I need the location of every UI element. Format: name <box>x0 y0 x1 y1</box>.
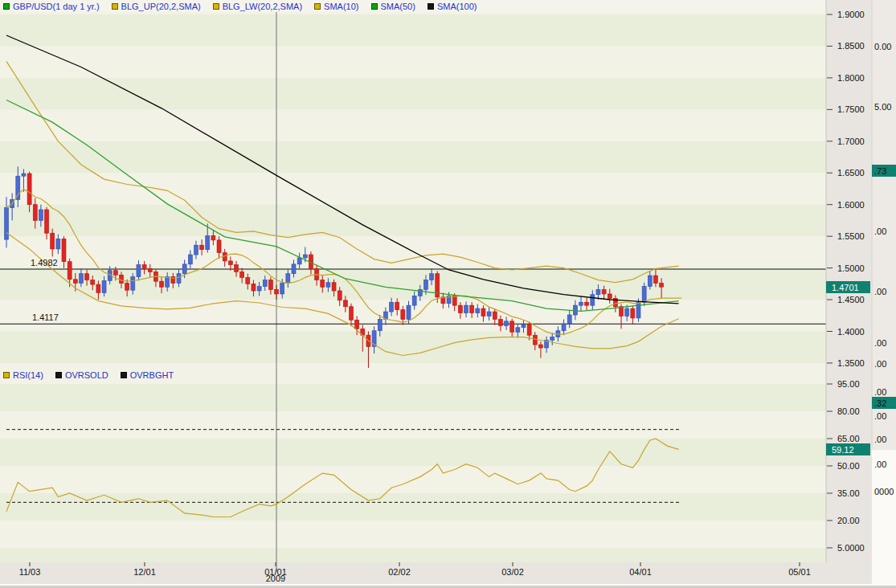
candle-up <box>567 315 571 324</box>
candle-up <box>487 312 491 316</box>
price-axis-label: 1.4000 <box>837 327 865 337</box>
rsi-axis-label: 80.00 <box>837 406 860 416</box>
rsi-legend-item-rsi-14-[interactable]: RSI(14) <box>3 370 43 380</box>
legend-swatch-icon <box>428 3 434 10</box>
candle-up <box>390 302 394 312</box>
candle-up <box>412 296 416 305</box>
legend-item-blg-lw-20-2-sma-[interactable]: BLG_LW(20,2,SMA) <box>213 2 302 11</box>
candle-up <box>326 283 330 288</box>
candle-down <box>73 280 77 284</box>
legend-swatch-icon <box>3 372 10 378</box>
candle-down <box>458 305 462 312</box>
candle-down <box>33 205 37 221</box>
rsi-axis-label: 50.00 <box>837 461 860 471</box>
rsi-value-badge: 59.12 <box>826 443 870 455</box>
candle-down <box>217 240 221 253</box>
date-axis-label: 05/01 <box>788 567 811 577</box>
candle-up <box>297 258 301 264</box>
price-axis-label: 1.9000 <box>837 10 865 19</box>
date-axis-label: 11/03 <box>19 567 41 577</box>
legend-swatch-icon <box>121 372 127 378</box>
candle-up <box>5 208 9 239</box>
candle-up <box>303 255 307 258</box>
candle-down <box>268 280 272 290</box>
year-label: 2009 <box>266 574 285 583</box>
candle-down <box>91 280 95 285</box>
candle-up <box>22 174 26 176</box>
candle-up <box>102 280 106 292</box>
candle-down <box>228 261 232 265</box>
clipped-axis-label: 0.00 <box>874 42 891 51</box>
legend-item-sma-50-[interactable]: SMA(50) <box>371 2 415 11</box>
candle-down <box>602 289 606 294</box>
rsi-legend-item-ovrsold[interactable]: OVRSOLD <box>55 370 108 380</box>
clipped-axis-label: .00 <box>874 435 886 444</box>
candle-down <box>125 284 129 291</box>
candle-up <box>464 305 468 312</box>
price-axis-label: 1.8500 <box>837 41 865 51</box>
legend-item-gbp-usd-1-day-1-yr-[interactable]: GBP/USD(1 day 1 yr.) <box>3 2 100 11</box>
legend-item-sma-10-[interactable]: SMA(10) <box>314 2 358 11</box>
price-axis-label: 1.7000 <box>837 137 865 146</box>
last-price-badge: 1.4701 <box>826 281 870 293</box>
clipped-axis-label: .00 <box>874 459 886 469</box>
candle-down <box>200 245 204 250</box>
legend-label: BLG_LW(20,2,SMA) <box>223 2 302 11</box>
candle-up <box>79 274 83 284</box>
legend-swatch-icon <box>213 3 219 10</box>
date-axis-label: 02/02 <box>388 567 411 577</box>
candle-up <box>137 265 141 277</box>
price-axis-label: 1.6000 <box>837 200 865 210</box>
clipped-axis-label: .00 <box>874 287 886 296</box>
legend-item-sma-100-[interactable]: SMA(100) <box>428 2 477 11</box>
price-axis-label: 1.7500 <box>837 104 865 114</box>
clipped-axis-label: 0000 <box>874 487 894 496</box>
candle-up <box>642 286 646 302</box>
candle-down <box>481 308 485 316</box>
legend-label: OVRBGHT <box>130 370 174 380</box>
candle-down <box>68 262 72 280</box>
legend-item-blg-up-20-2-sma-[interactable]: BLG_UP(20,2,SMA) <box>112 2 201 11</box>
candle-down <box>120 275 124 283</box>
candle-up <box>292 264 296 274</box>
time-axis[interactable]: 11/0312/0101/0102/0203/0204/0105/01 <box>0 562 896 588</box>
candle-down <box>62 239 66 261</box>
price-chart-canvas[interactable]: 1.90001.85001.80001.75001.70001.65001.60… <box>0 0 896 588</box>
candle-down <box>332 283 336 291</box>
candle-down <box>160 281 164 287</box>
candle-up <box>263 280 267 287</box>
candle-up <box>423 280 428 290</box>
rsi-badge-value: 59.12 <box>832 445 854 455</box>
candle-up <box>636 302 640 318</box>
candle-up <box>56 239 60 249</box>
candle-down <box>631 308 635 318</box>
date-axis-label: 04/01 <box>629 567 652 577</box>
fx-chart-window: 1.90001.85001.80001.75001.70001.65001.60… <box>0 0 896 588</box>
candle-up <box>407 305 411 319</box>
legend-label: SMA(50) <box>381 2 415 11</box>
price-axis-label: 1.6500 <box>837 168 865 178</box>
legend-swatch-icon <box>3 3 10 10</box>
price-axis[interactable]: 1.90001.85001.80001.75001.70001.65001.60… <box>826 0 872 588</box>
support-line-label: 1.4117 <box>32 312 59 322</box>
rsi-axis-label: 5.0000 <box>837 543 865 553</box>
candle-up <box>166 277 170 288</box>
candle-up <box>257 286 261 291</box>
candle-down <box>45 210 49 233</box>
candle-up <box>182 264 186 274</box>
rsi-legend: RSI(14)OVRSOLDOVRBGHT <box>3 370 174 380</box>
clipped-axis-label: .00 <box>874 387 886 397</box>
candle-up <box>188 255 192 264</box>
candle-up <box>131 277 135 291</box>
legend-swatch-icon <box>55 372 62 378</box>
candle-up <box>648 276 652 286</box>
date-axis-label: 12/01 <box>133 567 156 577</box>
rsi-axis-label: 65.00 <box>837 434 860 443</box>
rsi-legend-item-ovrbght[interactable]: OVRBGHT <box>121 370 174 380</box>
candle-down <box>85 274 89 280</box>
candle-down <box>510 321 514 332</box>
candle-down <box>148 268 152 272</box>
legend-label: RSI(14) <box>13 370 43 380</box>
clipped-secondary-axis: 0.005.00.73.00.00.00.00.00.32.00.00.0000… <box>872 0 896 588</box>
legend-label: SMA(10) <box>324 2 358 11</box>
